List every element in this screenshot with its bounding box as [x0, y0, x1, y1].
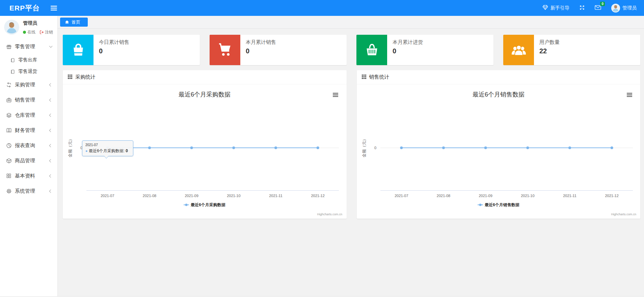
sidebar-item-purchase[interactable]: 采购管理 [0, 77, 57, 92]
stat-card-today-sales: 今日累计销售0 [63, 35, 200, 65]
user-name-label: 管理员 [622, 5, 637, 11]
dashboard-content: 今日累计销售0本月累计销售0本月累计进货0用户数量22 采购统计最近6个月采购数… [58, 29, 644, 296]
stat-cards-row: 今日累计销售0本月累计销售0本月累计进货0用户数量22 [63, 35, 640, 65]
chevron-left-icon [49, 174, 53, 178]
messages-button[interactable]: 0 [595, 5, 601, 11]
sidebar-item-basic[interactable]: 基本资料 [0, 168, 57, 184]
purchase-stats-panel: 采购统计最近6个月采购数据金额（元）02021-072021-082021-09… [63, 70, 347, 219]
journal-icon [10, 69, 15, 74]
repeat-icon [6, 82, 12, 88]
journal-icon [10, 58, 15, 63]
x-axis-label: 2021-09 [479, 194, 492, 198]
grid-icon [6, 173, 12, 179]
stat-card-value: 22 [539, 47, 560, 55]
series-marker-dot: ● [85, 149, 88, 153]
legend-label: 最近6个月采购数据 [191, 202, 225, 207]
tab-bar: 首页 [58, 16, 644, 29]
cart-icon [210, 35, 240, 65]
data-point[interactable] [568, 146, 571, 149]
x-axis-label: 2021-12 [311, 194, 324, 198]
top-navbar: ERP平台 新手引导 0 管理员 [0, 0, 644, 16]
user-menu[interactable]: 管理员 [611, 4, 637, 12]
x-axis-label: 2021-08 [143, 194, 156, 198]
stat-card-label: 本月累计销售 [246, 39, 276, 46]
data-point[interactable] [232, 146, 235, 149]
tooltip-category: 2021-07 [85, 143, 130, 147]
sidebar-item-label: 零售管理 [15, 44, 35, 50]
briefcase-icon [6, 97, 12, 103]
stat-card-month-sales: 本月累计销售0 [210, 35, 347, 65]
sidebar-menu: 零售管理零售出库零售退货采购管理销售管理仓库管理财务管理报表查询商品管理基本资料… [0, 39, 57, 199]
y-axis-title: 金额（元） [68, 137, 73, 158]
chevron-left-icon [49, 159, 53, 163]
gem-icon [542, 5, 548, 11]
home-icon [65, 20, 69, 24]
data-point[interactable] [190, 146, 193, 149]
stat-card-value: 0 [393, 47, 423, 55]
x-axis-label: 2021-07 [395, 194, 408, 198]
logout-button[interactable]: 注销 [39, 29, 53, 35]
fullscreen-button[interactable] [580, 5, 585, 11]
data-point[interactable] [442, 146, 445, 149]
sidebar-item-goods[interactable]: 商品管理 [0, 153, 57, 168]
sidebar-item-finance[interactable]: 财务管理 [0, 123, 57, 138]
x-axis-label: 2021-10 [227, 194, 240, 198]
legend-item[interactable]: 最近6个月采购数据 [184, 202, 225, 207]
chart-export-menu-icon[interactable] [333, 93, 338, 97]
sales-stats-panel: 销售统计最近6个月销售数据金额（元）02021-072021-082021-09… [357, 70, 641, 219]
sidebar-subitem-label: 零售出库 [18, 57, 37, 63]
sign-out-icon [39, 30, 44, 34]
chart-export-menu-icon[interactable] [627, 93, 632, 97]
x-axis-label: 2021-09 [185, 194, 198, 198]
sidebar-item-retail[interactable]: 零售管理 [0, 39, 57, 54]
chart-credits[interactable]: Highcharts.com.cn [317, 213, 342, 216]
tab-home[interactable]: 首页 [60, 18, 88, 27]
sidebar-item-label: 采购管理 [15, 82, 35, 88]
data-point[interactable] [400, 146, 403, 149]
sidebar-item-label: 商品管理 [15, 158, 35, 164]
highcharts-chart[interactable]: 最近6个月销售数据金额（元）02021-072021-082021-092021… [357, 84, 640, 219]
tooltip-series-label: 最近6个月采购数据: [89, 148, 126, 153]
sidebar-item-label: 报表查询 [15, 142, 35, 149]
chart-credits[interactable]: Highcharts.com.cn [611, 213, 636, 216]
stat-card-label: 用户数量 [539, 39, 560, 46]
sidebar-user-name: 管理员 [23, 20, 53, 26]
sidebar-item-system[interactable]: 系统管理 [0, 184, 57, 199]
y-axis-title: 金额（元） [362, 137, 367, 158]
basket-icon [356, 35, 387, 65]
chevron-left-icon [49, 99, 53, 102]
panel-title: 销售统计 [369, 74, 390, 80]
sidebar-item-warehouse[interactable]: 仓库管理 [0, 108, 57, 123]
panel-header: 销售统计 [357, 70, 641, 84]
logout-label: 注销 [45, 29, 53, 35]
online-status-label: 在线 [27, 29, 35, 35]
sidebar-subitem-retail-outbound[interactable]: 零售出库 [0, 54, 57, 66]
sidebar-item-label: 销售管理 [15, 97, 35, 103]
avatar [4, 20, 19, 35]
sidebar-item-report[interactable]: 报表查询 [0, 138, 57, 153]
box-icon [6, 158, 12, 164]
gift-icon [6, 44, 12, 50]
sidebar-item-label: 系统管理 [15, 188, 35, 194]
newbie-guide-button[interactable]: 新手引导 [542, 5, 569, 11]
data-point[interactable] [274, 146, 277, 149]
chart-container: 最近6个月销售数据金额（元）02021-072021-082021-092021… [357, 84, 641, 219]
x-axis-label: 2021-11 [563, 194, 576, 198]
sidebar-item-label: 基本资料 [15, 173, 35, 179]
data-point[interactable] [610, 146, 613, 149]
chevron-left-icon [49, 83, 53, 87]
data-point[interactable] [484, 146, 487, 149]
data-point[interactable] [526, 146, 529, 149]
sidebar-toggle-icon[interactable] [51, 5, 57, 11]
data-point[interactable] [317, 146, 319, 149]
th-grid-icon [362, 74, 366, 80]
sidebar-subitem-retail-return[interactable]: 零售退货 [0, 66, 57, 77]
x-axis-label: 2021-08 [436, 194, 450, 198]
sidebar-item-sales[interactable]: 销售管理 [0, 92, 57, 108]
chart-title: 最近6个月采购数据 [179, 91, 231, 98]
legend-item[interactable]: 最近6个月销售数据 [478, 202, 519, 207]
online-status-dot [23, 31, 26, 34]
chevron-left-icon [49, 129, 53, 132]
tab-home-label: 首页 [72, 19, 80, 25]
data-point[interactable] [148, 146, 151, 149]
